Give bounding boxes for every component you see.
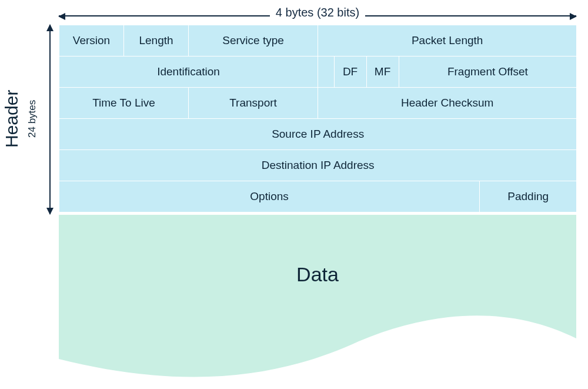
header-row: IdentificationDFMFFragment Offset xyxy=(59,56,577,88)
header-field: Length xyxy=(124,25,189,56)
header-fields-grid: VersionLengthService typePacket LengthId… xyxy=(59,25,577,212)
payload-label: Data xyxy=(59,263,576,286)
header-field: Options xyxy=(59,181,480,212)
header-row: OptionsPadding xyxy=(59,181,577,212)
header-field: Packet Length xyxy=(318,25,577,56)
header-row: Source IP Address xyxy=(59,119,577,150)
header-field: Padding xyxy=(480,181,577,212)
header-field: Fragment Offset xyxy=(399,56,577,88)
width-dimension-label: 4 bytes (32 bits) xyxy=(270,6,365,19)
height-dimension: Header 24 bytes xyxy=(0,25,59,213)
header-field: Identification xyxy=(59,56,318,88)
header-field: Header Checksum xyxy=(318,88,577,119)
ip-header-diagram: 4 bytes (32 bits) Header 24 bytes Versio… xyxy=(0,0,588,389)
header-row: VersionLengthService typePacket Length xyxy=(59,25,577,56)
header-field: Source IP Address xyxy=(59,119,577,150)
height-arrow xyxy=(49,25,51,214)
payload-area: Data xyxy=(59,215,576,388)
header-field xyxy=(318,56,335,88)
width-dimension: 4 bytes (32 bits) xyxy=(59,0,576,25)
height-dimension-label: 24 bytes xyxy=(24,36,41,201)
header-field: Destination IP Address xyxy=(59,150,577,181)
header-field: Version xyxy=(59,25,124,56)
header-row: Destination IP Address xyxy=(59,150,577,181)
header-row: Time To LiveTransportHeader Checksum xyxy=(59,88,577,119)
header-field: Transport xyxy=(189,88,318,119)
header-section-label: Header xyxy=(0,36,24,201)
header-field: DF xyxy=(334,56,366,88)
header-field: Service type xyxy=(189,25,318,56)
header-field: Time To Live xyxy=(59,88,189,119)
payload-shape xyxy=(59,215,576,388)
header-field: MF xyxy=(366,56,399,88)
